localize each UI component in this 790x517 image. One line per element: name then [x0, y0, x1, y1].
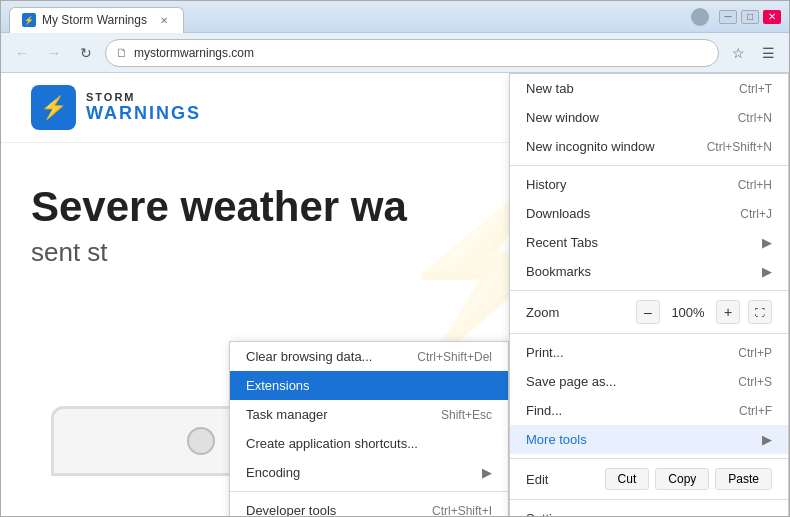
menu-save-page[interactable]: Save page as... Ctrl+S	[510, 367, 788, 396]
menu-more-tools[interactable]: More tools ▶	[510, 425, 788, 454]
close-button[interactable]: ✕	[763, 10, 781, 24]
tab-title: My Storm Warnings	[42, 13, 147, 27]
tab-favicon	[22, 13, 36, 27]
menu-divider-2	[510, 290, 788, 291]
submenu-item-encoding[interactable]: Encoding ▶	[230, 458, 508, 487]
url-text: mystormwarnings.com	[134, 46, 254, 60]
site-logo: ⚡ STORM WARNINGS	[31, 85, 201, 130]
menu-bookmarks[interactable]: Bookmarks ▶	[510, 257, 788, 286]
nav-right-buttons: ☆ ☰	[725, 40, 781, 66]
submenu-item-task-manager[interactable]: Task manager Shift+Esc	[230, 400, 508, 429]
paste-button[interactable]: Paste	[715, 468, 772, 490]
menu-settings[interactable]: Settings	[510, 504, 788, 516]
minimize-button[interactable]: ─	[719, 10, 737, 24]
menu-zoom-row: Zoom – 100% + ⛶	[510, 295, 788, 329]
menu-find[interactable]: Find... Ctrl+F	[510, 396, 788, 425]
title-bar: My Storm Warnings ✕ ─ □ ✕	[1, 1, 789, 33]
tab-close-button[interactable]: ✕	[157, 13, 171, 27]
refresh-button[interactable]: ↻	[73, 40, 99, 66]
menu-recent-tabs[interactable]: Recent Tabs ▶	[510, 228, 788, 257]
menu-print[interactable]: Print... Ctrl+P	[510, 338, 788, 367]
chrome-main-menu: New tab Ctrl+T New window Ctrl+N New inc…	[509, 73, 789, 516]
menu-edit-row: Edit Cut Copy Paste	[510, 463, 788, 495]
browser-window: My Storm Warnings ✕ ─ □ ✕ ← → ↻ 🗋 mystor…	[0, 0, 790, 517]
zoom-percent: 100%	[668, 305, 708, 320]
device-home-button	[187, 427, 215, 455]
logo-text: STORM WARNINGS	[86, 91, 201, 124]
zoom-out-button[interactable]: –	[636, 300, 660, 324]
menu-history[interactable]: History Ctrl+H	[510, 170, 788, 199]
menu-divider-5	[510, 499, 788, 500]
menu-divider-3	[510, 333, 788, 334]
browser-tab[interactable]: My Storm Warnings ✕	[9, 7, 184, 33]
menu-new-window[interactable]: New window Ctrl+N	[510, 103, 788, 132]
submenu-item-dev-tools[interactable]: Developer tools Ctrl+Shift+I	[230, 496, 508, 516]
forward-button[interactable]: →	[41, 40, 67, 66]
back-button[interactable]: ←	[9, 40, 35, 66]
zoom-in-button[interactable]: +	[716, 300, 740, 324]
window-controls: ─ □ ✕	[691, 8, 781, 26]
nav-bar: ← → ↻ 🗋 mystormwarnings.com ☆ ☰	[1, 33, 789, 73]
submenu-item-extensions[interactable]: Extensions	[230, 371, 508, 400]
menu-new-tab[interactable]: New tab Ctrl+T	[510, 74, 788, 103]
page-content: ⚡ STORM WARNINGS HOME LEARN MORE 🔍 ⚡ Sev…	[1, 73, 789, 516]
submenu-item-create-shortcuts[interactable]: Create application shortcuts...	[230, 429, 508, 458]
logo-top: STORM	[86, 91, 201, 103]
more-tools-submenu: Clear browsing data... Ctrl+Shift+Del Ex…	[229, 341, 509, 516]
menu-downloads[interactable]: Downloads Ctrl+J	[510, 199, 788, 228]
logo-icon: ⚡	[31, 85, 76, 130]
logo-bottom: WARNINGS	[86, 103, 201, 124]
cut-button[interactable]: Cut	[605, 468, 650, 490]
copy-button[interactable]: Copy	[655, 468, 709, 490]
zoom-expand-button[interactable]: ⛶	[748, 300, 772, 324]
page-icon: 🗋	[116, 46, 128, 60]
menu-divider-1	[510, 165, 788, 166]
menu-button[interactable]: ☰	[755, 40, 781, 66]
menu-divider-4	[510, 458, 788, 459]
user-icon	[691, 8, 709, 26]
submenu-divider-1	[230, 491, 508, 492]
menu-new-incognito[interactable]: New incognito window Ctrl+Shift+N	[510, 132, 788, 161]
address-bar[interactable]: 🗋 mystormwarnings.com	[105, 39, 719, 67]
submenu-item-clear-browsing[interactable]: Clear browsing data... Ctrl+Shift+Del	[230, 342, 508, 371]
bookmark-button[interactable]: ☆	[725, 40, 751, 66]
maximize-button[interactable]: □	[741, 10, 759, 24]
